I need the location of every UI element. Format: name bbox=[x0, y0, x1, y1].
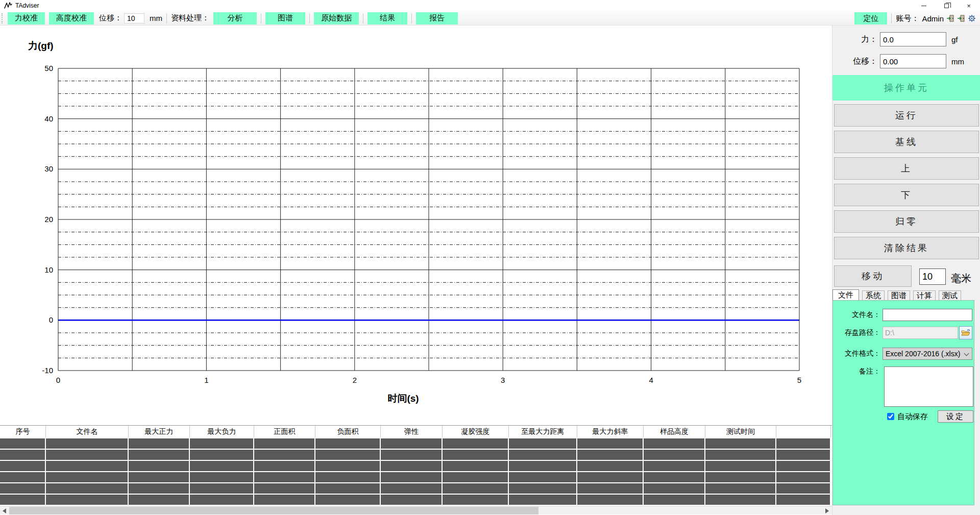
move-distance-input[interactable] bbox=[919, 268, 946, 285]
svg-text:力(gf): 力(gf) bbox=[28, 40, 54, 51]
triangle-left-icon bbox=[3, 508, 6, 513]
table-cell bbox=[46, 450, 128, 460]
horizontal-scrollbar[interactable] bbox=[0, 506, 832, 514]
scroll-left-button[interactable] bbox=[0, 506, 9, 515]
spectrum-button[interactable]: 图谱 bbox=[265, 12, 305, 24]
table-cell bbox=[776, 472, 830, 482]
table-cell bbox=[705, 461, 775, 471]
main-toolbar: 力校准 高度校准 位移： mm 资料处理： 分析 图谱 原始数据 结果 报告 定… bbox=[0, 11, 980, 26]
table-header-cell[interactable]: 最大正力 bbox=[129, 426, 190, 437]
table-header-cell[interactable]: 测试时间 bbox=[705, 426, 776, 437]
restore-button[interactable] bbox=[935, 0, 958, 11]
table-cell bbox=[315, 495, 380, 505]
table-cell bbox=[0, 461, 45, 471]
down-button[interactable]: 下 bbox=[834, 184, 979, 206]
table-header-cell[interactable]: 最大力斜率 bbox=[577, 426, 644, 437]
table-cell bbox=[0, 438, 45, 449]
toolbar-separator bbox=[166, 13, 167, 23]
open-folder-icon bbox=[961, 329, 970, 337]
minimize-button[interactable] bbox=[913, 0, 935, 11]
svg-text:1: 1 bbox=[204, 376, 208, 384]
save-path-input[interactable] bbox=[883, 327, 958, 339]
table-header-cell[interactable]: 负面积 bbox=[315, 426, 381, 437]
table-header-filler[interactable] bbox=[776, 426, 831, 437]
note-textarea[interactable] bbox=[884, 366, 973, 407]
autosave-checkbox[interactable] bbox=[887, 413, 894, 420]
table-cell bbox=[381, 438, 442, 449]
svg-text:4: 4 bbox=[649, 376, 653, 384]
table-cell bbox=[190, 495, 253, 505]
logout-icon[interactable] bbox=[957, 14, 965, 22]
file-format-select[interactable]: Excel 2007-2016 (.xlsx) bbox=[883, 348, 972, 360]
table-row[interactable] bbox=[0, 472, 832, 482]
table-cell bbox=[509, 483, 576, 494]
table-header-cell[interactable]: 序号 bbox=[0, 426, 46, 437]
clear-results-button[interactable]: 清除结果 bbox=[834, 237, 979, 259]
tab-test[interactable]: 测试 bbox=[939, 290, 961, 300]
table-header-cell[interactable]: 凝胶强度 bbox=[443, 426, 509, 437]
save-path-label: 存盘路径： bbox=[833, 328, 880, 337]
move-button[interactable]: 移动 bbox=[834, 265, 912, 287]
locate-button[interactable]: 定位 bbox=[854, 12, 887, 24]
force-calibration-button[interactable]: 力校准 bbox=[8, 12, 45, 24]
table-header-cell[interactable]: 最大负力 bbox=[190, 426, 254, 437]
displacement-input[interactable] bbox=[124, 13, 144, 23]
table-header-cell[interactable]: 文件名 bbox=[46, 426, 129, 437]
table-cell bbox=[577, 495, 643, 505]
report-button[interactable]: 报告 bbox=[416, 12, 458, 24]
tab-spectrum[interactable]: 图谱 bbox=[888, 290, 910, 300]
analysis-button[interactable]: 分析 bbox=[213, 12, 257, 24]
table-row[interactable] bbox=[0, 495, 832, 505]
up-button[interactable]: 上 bbox=[834, 157, 979, 180]
tab-system[interactable]: 系统 bbox=[862, 290, 885, 300]
table-cell bbox=[577, 450, 643, 460]
window-title: TAdviser bbox=[15, 2, 39, 9]
table-row[interactable] bbox=[0, 438, 832, 449]
results-table: 序号文件名最大正力最大负力正面积负面积弹性凝胶强度至最大力距离最大力斜率样品高度… bbox=[0, 425, 832, 506]
displacement-value-input[interactable] bbox=[880, 54, 946, 68]
displacement-status-label: 位移： bbox=[832, 56, 877, 67]
gear-icon[interactable] bbox=[968, 14, 976, 22]
note-label: 备注： bbox=[833, 367, 880, 376]
toolbar-separator bbox=[363, 13, 363, 23]
table-header-cell[interactable]: 弹性 bbox=[381, 426, 443, 437]
table-header-cell[interactable]: 样品高度 bbox=[644, 426, 705, 437]
height-calibration-button[interactable]: 高度校准 bbox=[49, 12, 94, 24]
filename-input[interactable] bbox=[883, 309, 972, 321]
chart-area: 50403020100-10012345力(gf)时间(s) bbox=[0, 26, 832, 425]
table-header-cell[interactable]: 至最大力距离 bbox=[509, 426, 577, 437]
table-header-cell[interactable]: 正面积 bbox=[254, 426, 315, 437]
zero-button[interactable]: 归零 bbox=[834, 210, 979, 233]
close-button[interactable]: × bbox=[958, 0, 980, 11]
table-cell bbox=[315, 461, 380, 471]
filename-label: 文件名： bbox=[833, 310, 880, 320]
tab-calc[interactable]: 计算 bbox=[913, 290, 936, 300]
table-row[interactable] bbox=[0, 450, 832, 460]
table-cell bbox=[776, 438, 830, 449]
results-button[interactable]: 结果 bbox=[368, 12, 407, 24]
browse-folder-button[interactable] bbox=[959, 326, 972, 339]
displacement-label: 位移： bbox=[99, 13, 122, 23]
table-cell bbox=[644, 472, 704, 482]
table-cell bbox=[315, 450, 380, 460]
table-cell bbox=[381, 461, 442, 471]
force-value-input[interactable] bbox=[880, 32, 946, 46]
table-row[interactable] bbox=[0, 483, 832, 494]
operating-unit-button[interactable]: 操作单元 bbox=[832, 75, 980, 101]
toolbar-grip[interactable] bbox=[2, 13, 4, 23]
triangle-right-icon bbox=[825, 508, 829, 513]
restore-icon bbox=[944, 4, 949, 8]
set-button[interactable]: 设定 bbox=[938, 410, 973, 423]
run-button[interactable]: 运行 bbox=[834, 104, 979, 127]
table-row[interactable] bbox=[0, 461, 832, 471]
raw-data-button[interactable]: 原始数据 bbox=[314, 12, 359, 24]
scroll-right-button[interactable] bbox=[823, 506, 831, 515]
baseline-button[interactable]: 基线 bbox=[834, 131, 979, 153]
table-cell bbox=[315, 472, 380, 482]
login-icon[interactable] bbox=[946, 14, 954, 22]
table-cell bbox=[776, 450, 830, 460]
table-cell bbox=[254, 450, 314, 460]
scrollbar-thumb[interactable] bbox=[9, 507, 538, 514]
tab-file[interactable]: 文件 bbox=[832, 289, 859, 300]
table-cell bbox=[381, 472, 442, 482]
